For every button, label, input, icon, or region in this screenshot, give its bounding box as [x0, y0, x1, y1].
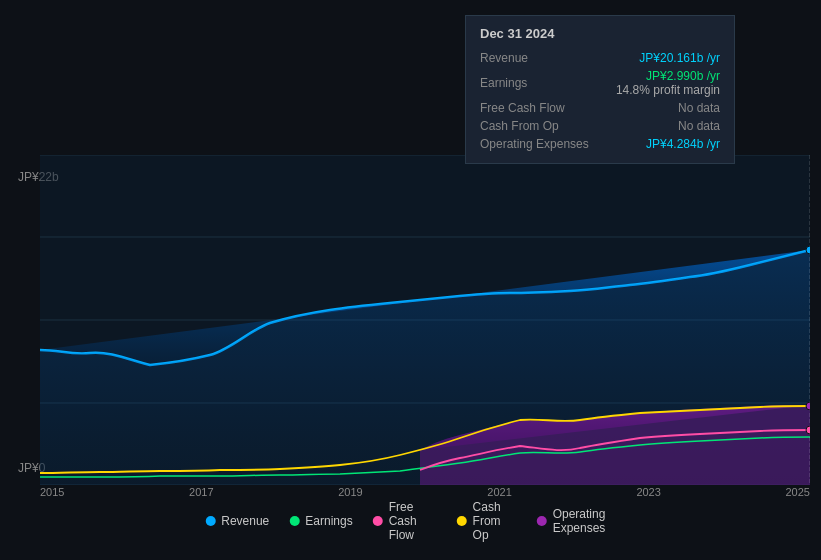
svg-point-8	[806, 402, 810, 410]
tooltip-value-fcf: No data	[678, 101, 720, 115]
x-label-2015: 2015	[40, 486, 64, 498]
tooltip-row-cashfromop: Cash From Op No data	[480, 117, 720, 135]
tooltip-label-opex: Operating Expenses	[480, 137, 600, 151]
x-label-2019: 2019	[338, 486, 362, 498]
tooltip-row-revenue: Revenue JP¥20.161b /yr	[480, 49, 720, 67]
svg-point-9	[806, 426, 810, 434]
legend-label-fcf: Free Cash Flow	[389, 500, 437, 542]
x-label-2017: 2017	[189, 486, 213, 498]
svg-point-7	[806, 246, 810, 254]
tooltip-row-earnings: Earnings JP¥2.990b /yr 14.8% profit marg…	[480, 67, 720, 99]
tooltip-value-cashfromop: No data	[678, 119, 720, 133]
x-axis: 2015 2017 2019 2021 2023 2025	[40, 486, 810, 498]
legend-item-earnings[interactable]: Earnings	[289, 514, 352, 528]
legend-dot-opex	[537, 516, 547, 526]
legend: Revenue Earnings Free Cash Flow Cash Fro…	[205, 500, 616, 542]
x-label-2023: 2023	[636, 486, 660, 498]
legend-label-revenue: Revenue	[221, 514, 269, 528]
legend-label-earnings: Earnings	[305, 514, 352, 528]
legend-label-opex: Operating Expenses	[553, 507, 616, 535]
legend-item-opex[interactable]: Operating Expenses	[537, 507, 616, 535]
tooltip-value-revenue: JP¥20.161b /yr	[639, 51, 720, 65]
tooltip-label-revenue: Revenue	[480, 51, 600, 65]
legend-dot-revenue	[205, 516, 215, 526]
tooltip-profit-margin: 14.8% profit margin	[616, 83, 720, 97]
x-label-2021: 2021	[487, 486, 511, 498]
legend-item-cashfromop[interactable]: Cash From Op	[457, 500, 517, 542]
legend-dot-cashfromop	[457, 516, 467, 526]
tooltip-value-opex: JP¥4.284b /yr	[646, 137, 720, 151]
legend-label-cashfromop: Cash From Op	[473, 500, 517, 542]
legend-item-revenue[interactable]: Revenue	[205, 514, 269, 528]
chart-container: Dec 31 2024 Revenue JP¥20.161b /yr Earni…	[0, 0, 821, 560]
tooltip-date: Dec 31 2024	[480, 26, 720, 41]
tooltip-value-earnings: JP¥2.990b /yr	[646, 69, 720, 83]
chart-svg	[40, 155, 810, 485]
x-label-2025: 2025	[785, 486, 809, 498]
tooltip-row-fcf: Free Cash Flow No data	[480, 99, 720, 117]
tooltip-label-cashfromop: Cash From Op	[480, 119, 600, 133]
legend-item-fcf[interactable]: Free Cash Flow	[373, 500, 437, 542]
tooltip-label-earnings: Earnings	[480, 76, 600, 90]
tooltip: Dec 31 2024 Revenue JP¥20.161b /yr Earni…	[465, 15, 735, 164]
legend-dot-earnings	[289, 516, 299, 526]
tooltip-label-fcf: Free Cash Flow	[480, 101, 600, 115]
legend-dot-fcf	[373, 516, 383, 526]
tooltip-row-opex: Operating Expenses JP¥4.284b /yr	[480, 135, 720, 153]
